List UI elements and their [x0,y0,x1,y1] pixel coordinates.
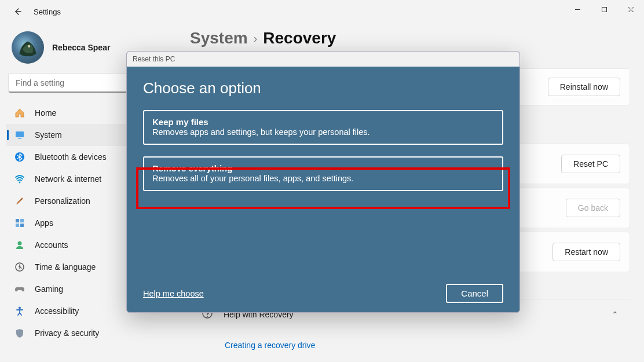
close-icon [628,6,634,13]
sidebar-item-label: Time & language [35,262,96,272]
avatar-image-icon [16,35,40,60]
minimize-icon [575,6,581,13]
option-keep-files[interactable]: Keep my files Removes apps and settings,… [143,110,503,145]
maximize-icon [601,6,608,13]
sidebar-item-label: Personalization [35,196,90,206]
help-me-choose-link[interactable]: Help me choose [143,289,204,298]
svg-point-9 [19,182,21,184]
title-bar: Settings [0,0,644,23]
minimize-button[interactable] [564,0,591,19]
bluetooth-icon [14,151,25,163]
avatar [12,31,44,64]
dialog-title-bar: Reset this PC [127,52,519,67]
chevron-up-icon: ⌃ [612,310,619,319]
svg-rect-13 [20,224,24,227]
privacy-icon [14,327,25,339]
chevron-right-icon: › [254,32,258,45]
option-title: Keep my files [152,117,494,127]
personalization-icon [14,195,25,207]
system-icon [14,129,25,141]
sidebar-item-label: Bluetooth & devices [35,152,107,162]
app-title: Settings [34,8,61,16]
close-button[interactable] [617,0,644,19]
maximize-button[interactable] [591,0,617,19]
sidebar-item-label: Gaming [35,284,63,294]
sidebar-item-label: Home [35,108,56,118]
sidebar-item-label: System [35,130,62,140]
svg-rect-10 [16,219,19,222]
sidebar-item-label: Accounts [35,240,68,250]
breadcrumb-current: Recovery [263,29,336,47]
window-controls [564,0,644,19]
help-link-row: Creating a recovery drive [190,330,630,359]
accounts-icon [14,239,25,251]
breadcrumb-parent[interactable]: System [190,29,248,47]
dialog-heading: Choose an option [143,79,503,97]
back-arrow-icon [13,7,22,16]
svg-rect-7 [18,138,21,139]
reset-pc-dialog: Reset this PC Choose an option Keep my f… [126,51,520,313]
reset-pc-button[interactable]: Reset PC [561,155,620,173]
apps-icon [14,217,25,229]
recovery-drive-link[interactable]: Creating a recovery drive [225,341,315,350]
network-icon [14,173,25,185]
svg-point-17 [19,307,21,309]
home-icon [14,107,25,119]
option-desc: Removes all of your personal files, apps… [152,174,494,183]
go-back-button: Go back [566,199,620,217]
accessibility-icon [14,305,25,317]
svg-point-5 [28,45,30,47]
option-remove-everything[interactable]: Remove everything Removes all of your pe… [143,156,503,191]
svg-rect-2 [602,7,606,12]
sidebar-item-label: Network & internet [35,174,101,184]
cancel-button[interactable]: Cancel [446,284,503,303]
profile-name: Rebecca Spear [52,43,110,52]
option-desc: Removes apps and settings, but keeps you… [152,127,494,137]
breadcrumb: System › Recovery [190,29,630,47]
time-icon: 文 [14,261,25,273]
svg-point-14 [18,242,22,246]
back-button[interactable] [8,2,27,21]
svg-rect-12 [16,224,19,227]
svg-text:文: 文 [18,265,21,269]
sidebar-item-label: Apps [35,218,53,228]
option-title: Remove everything [152,163,494,173]
svg-point-19 [207,316,208,317]
sidebar-item-label: Privacy & security [35,328,99,338]
sidebar-item-privacy[interactable]: Privacy & security [6,322,170,344]
sidebar-item-label: Accessibility [35,306,79,316]
svg-rect-6 [16,131,24,137]
gaming-icon [14,283,25,295]
restart-button[interactable]: Restart now [552,243,620,261]
svg-rect-11 [20,219,24,222]
reinstall-button[interactable]: Reinstall now [548,78,620,96]
